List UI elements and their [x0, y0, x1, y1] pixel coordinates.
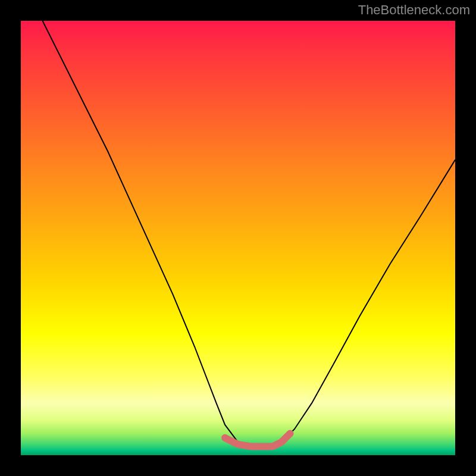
- watermark-text: TheBottleneck.com: [358, 2, 470, 18]
- chart-svg: [21, 21, 455, 455]
- chart-container: TheBottleneck.com: [0, 0, 476, 476]
- bottleneck-curve: [43, 21, 456, 446]
- highlight-segment: [225, 434, 290, 447]
